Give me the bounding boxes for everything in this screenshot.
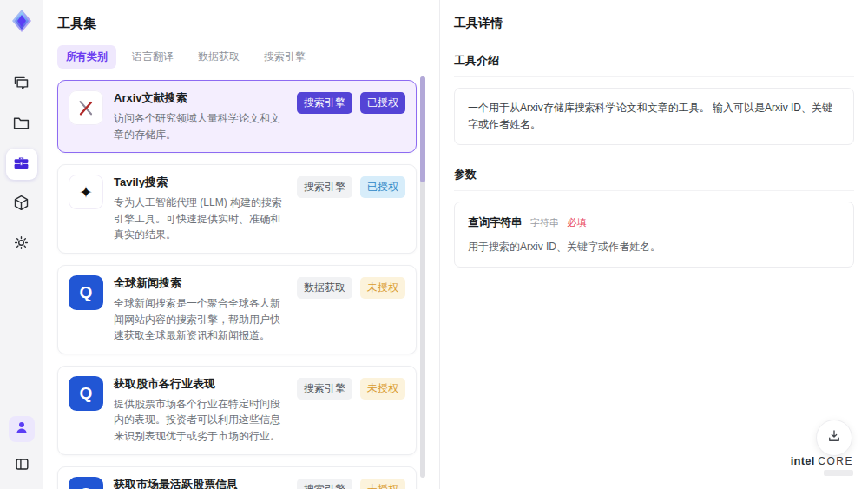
app-window: 工具集 所有类别 语言翻译 数据获取 搜索引擎 Arxiv文献搜索 访问各个研究… (0, 0, 868, 489)
param-card: 查询字符串 字符串 必填 用于搜索的Arxiv ID、关键字或作者姓名。 (454, 202, 854, 267)
profile-avatar[interactable] (9, 416, 35, 442)
tavily-star-icon: ✦ (69, 175, 103, 209)
status-badge: 未授权 (360, 479, 405, 489)
q-news-icon: Q (69, 376, 103, 411)
tab-search-engine[interactable]: 搜索引擎 (255, 45, 314, 69)
tool-title: 获取市场最活跃股票信息 (114, 477, 288, 489)
tool-card-global-news[interactable]: Q 全球新闻搜索 全球新闻搜索是一个聚合全球各大新闻网站内容的搜索引擎，帮助用户… (57, 265, 417, 354)
sidebar-item-settings[interactable] (6, 228, 37, 260)
detail-title: 工具详情 (454, 16, 854, 31)
arxiv-icon (69, 90, 103, 125)
sidebar-bottom (0, 416, 43, 479)
tool-description: 全球新闻搜索是一个聚合全球各大新闻网站内容的搜索引擎，帮助用户快速获取全球最新资… (114, 295, 288, 344)
scrollbar[interactable] (420, 76, 425, 478)
status-badge: 已授权 (360, 92, 405, 114)
page-title: 工具集 (57, 16, 417, 32)
param-description: 用于搜索的Arxiv ID、关键字或作者姓名。 (468, 239, 840, 255)
chat-icon (12, 74, 30, 96)
tool-card-active-stocks[interactable]: Q 获取市场最活跃股票信息 提供当天交易量最高的股票列表。投资者可以利用这些信息… (57, 466, 417, 489)
intel-brand-text: intel (791, 454, 815, 467)
tool-title: 全球新闻搜索 (114, 275, 288, 291)
user-icon (14, 420, 30, 439)
tool-description: 提供股票市场各个行业在特定时间段内的表现。投资者可以利用这些信息来识别表现优于或… (114, 396, 288, 445)
collapse-sidebar-button[interactable] (9, 453, 35, 479)
status-badge: 已授权 (360, 176, 405, 198)
status-badge: 未授权 (360, 378, 405, 400)
param-type: 字符串 (530, 217, 559, 228)
q-news-icon: Q (69, 275, 103, 310)
tab-language-translation[interactable]: 语言翻译 (123, 45, 182, 69)
gear-icon (12, 234, 30, 255)
download-icon (826, 428, 842, 447)
tool-card-tavily[interactable]: ✦ Tavily搜索 专为人工智能代理 (LLM) 构建的搜索引擎工具。可快速提… (57, 164, 417, 254)
panel-toggle-icon (14, 456, 30, 476)
intel-ultra-badge (824, 470, 853, 476)
tool-detail-panel: 工具详情 工具介绍 一个用于从Arxiv存储库搜索科学论文和文章的工具。 输入可… (439, 0, 868, 489)
category-tabs: 所有类别 语言翻译 数据获取 搜索引擎 (57, 45, 417, 69)
tool-title: Arxiv文献搜索 (114, 90, 288, 106)
param-name: 查询字符串 (468, 216, 523, 228)
param-required-flag: 必填 (567, 217, 586, 228)
sidebar-item-chat[interactable] (6, 69, 37, 100)
category-badge: 搜索引擎 (297, 92, 352, 114)
tool-list: Arxiv文献搜索 访问各个研究领域大量科学论文和文章的存储库。 搜索引擎 已授… (57, 80, 417, 489)
category-badge: 数据获取 (297, 277, 352, 299)
download-button[interactable] (816, 420, 852, 456)
category-badge: 搜索引擎 (297, 176, 352, 198)
intro-box: 一个用于从Arxiv存储库搜索科学论文和文章的工具。 输入可以是Arxiv ID… (454, 88, 854, 145)
sidebar-item-toolbox[interactable] (6, 149, 37, 180)
intro-heading: 工具介绍 (454, 53, 854, 77)
tool-card-arxiv[interactable]: Arxiv文献搜索 访问各个研究领域大量科学论文和文章的存储库。 搜索引擎 已授… (57, 80, 417, 153)
tool-card-sector-performance[interactable]: Q 获取股市各行业表现 提供股票市场各个行业在特定时间段内的表现。投资者可以利用… (57, 366, 417, 455)
scrollbar-thumb[interactable] (420, 76, 425, 182)
intro-text: 一个用于从Arxiv存储库搜索科学论文和文章的工具。 输入可以是Arxiv ID… (468, 102, 832, 130)
tool-title: 获取股市各行业表现 (114, 376, 288, 392)
intel-core-logo: intel CORE (791, 454, 853, 476)
q-news-icon: Q (69, 477, 103, 489)
tool-title: Tavily搜索 (114, 175, 288, 190)
category-badge: 搜索引擎 (297, 479, 352, 489)
sidebar-item-packages[interactable] (6, 188, 37, 220)
core-brand-text: CORE (818, 455, 853, 467)
tab-all-categories[interactable]: 所有类别 (57, 45, 116, 69)
tab-data-fetch[interactable]: 数据获取 (189, 45, 248, 69)
params-heading: 参数 (454, 167, 854, 191)
tools-panel: 工具集 所有类别 语言翻译 数据获取 搜索引擎 Arxiv文献搜索 访问各个研究… (43, 0, 439, 489)
sidebar (0, 0, 43, 489)
sidebar-nav (0, 69, 43, 260)
sidebar-item-files[interactable] (6, 109, 37, 140)
tool-description: 专为人工智能代理 (LLM) 构建的搜索引擎工具。可快速提供实时、准确和真实的结… (114, 195, 288, 243)
status-badge: 未授权 (360, 277, 405, 299)
briefcase-icon (12, 154, 30, 175)
category-badge: 搜索引擎 (297, 378, 352, 400)
cube-icon (12, 194, 30, 215)
folder-icon (12, 114, 30, 135)
tool-description: 访问各个研究领域大量科学论文和文章的存储库。 (114, 110, 288, 142)
app-logo-gem-icon (9, 8, 35, 34)
